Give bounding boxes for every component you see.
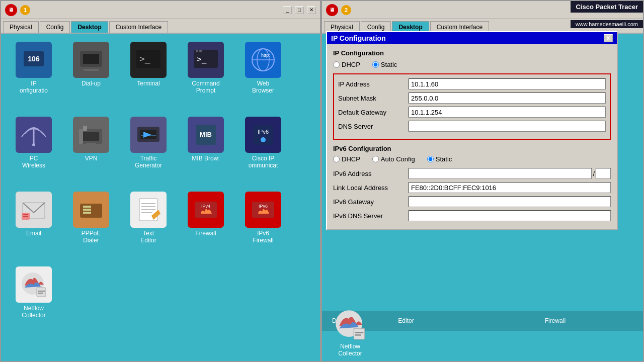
app-mib-browser[interactable]: MIB MIB Brow:	[178, 114, 233, 187]
svg-text:http:: http:	[261, 53, 270, 58]
maximize-button[interactable]: □	[295, 6, 304, 14]
svg-rect-36	[83, 206, 91, 208]
wireless-icon	[16, 117, 52, 153]
close-button[interactable]: ✕	[307, 6, 316, 14]
ipv6-address-input[interactable]	[409, 168, 592, 179]
right-window-number: 2	[341, 5, 351, 15]
tab-custom-left[interactable]: Custom Interface	[109, 21, 168, 33]
ipv6-static-radio[interactable]	[427, 156, 434, 162]
svg-text:>_: >_	[197, 54, 207, 64]
app-mib-label: MIB Brow:	[192, 155, 219, 162]
app-web-browser[interactable]: http: WebBrowser	[235, 39, 291, 112]
dialup-icon	[73, 42, 109, 78]
svg-text:IPv4: IPv4	[201, 204, 210, 209]
desktop-grid-left: 106 IPonfiguratio Dial-up >	[1, 34, 320, 361]
svg-rect-38	[83, 212, 91, 214]
ipv4-mode-row: DHCP Static	[333, 61, 611, 68]
app-netflow[interactable]: NetflowCollector	[6, 263, 61, 336]
app-vpn-label: VPN	[85, 155, 98, 162]
app-command-prompt[interactable]: >_ run CommandPrompt	[178, 39, 233, 112]
svg-rect-56	[355, 334, 361, 335]
dns-server-input[interactable]	[409, 121, 606, 132]
ip-address-label: IP Address	[338, 80, 409, 88]
static-radio-label[interactable]: Static	[372, 61, 397, 68]
subnet-mask-label: Subnet Mask	[338, 95, 409, 102]
tab-physical-left[interactable]: Physical	[3, 21, 39, 33]
svg-text:run: run	[196, 48, 202, 53]
app-cmd-label: CommandPrompt	[192, 80, 219, 95]
partial-firewall-label: Firewall	[545, 317, 566, 324]
right-netflow-svg	[332, 307, 368, 343]
right-window: Cisco Packet Tracer www.hamedesmaeili.co…	[321, 0, 644, 362]
ipv6-gateway-label: IPv6 Gateway	[333, 198, 409, 206]
netflow-icon	[16, 266, 52, 303]
tab-desktop-left[interactable]: Desktop	[71, 21, 108, 33]
app-email[interactable]: Email	[6, 189, 61, 261]
left-window: 🖥 1 _ □ ✕ Physical Config Desktop Custom…	[0, 0, 321, 362]
ip-config-dialog: IP Configuration X IP Configuration DHCP…	[326, 31, 618, 230]
link-local-row: Link Local Address	[333, 182, 611, 193]
svg-text:MIB: MIB	[200, 131, 212, 138]
mib-icon: MIB	[188, 117, 224, 153]
ipv6-gateway-row: IPv6 Gateway	[333, 196, 611, 207]
ipv6-prefix-input[interactable]	[596, 168, 611, 179]
minimize-button[interactable]: _	[283, 6, 292, 14]
subnet-mask-input[interactable]	[409, 93, 606, 104]
svg-rect-21	[79, 129, 83, 144]
app-pppoe-label: PPPoEDialer	[82, 230, 101, 244]
bottom-icons-row: Dialer Editor Firewall	[322, 311, 643, 331]
app-dialup-label: Dial-up	[82, 80, 101, 87]
ipv6-slash: /	[593, 170, 595, 177]
app-vpn[interactable]: VPN	[63, 114, 119, 187]
app-pppoe[interactable]: PPPoEDialer	[63, 189, 119, 261]
app-firewall[interactable]: IPv4 Firewall	[178, 189, 233, 261]
tab-config-left[interactable]: Config	[40, 21, 70, 33]
ipv6-address-row: IPv6 Address /	[333, 168, 611, 179]
ipv6-dhcp-radio[interactable]	[333, 156, 340, 162]
ipv6-auto-label[interactable]: Auto Config	[372, 155, 415, 163]
app-web-label: WebBrowser	[252, 80, 274, 95]
app-traffic-label: TrafficGenerator	[135, 155, 162, 169]
svg-rect-52	[38, 293, 43, 294]
app-netflow-label: NetflowCollector	[22, 305, 45, 319]
app-ip-label: IPonfiguratio	[20, 80, 48, 95]
app-traffic-gen[interactable]: TrafficGenerator	[121, 114, 176, 187]
app-text-editor[interactable]: TextEditor	[121, 189, 176, 261]
app-dialup[interactable]: Dial-up	[63, 39, 119, 112]
left-window-number: 1	[20, 5, 30, 15]
partial-editor-label: Editor	[398, 317, 414, 324]
dhcp-radio[interactable]	[333, 61, 340, 68]
right-window-icon: 🖥	[326, 4, 338, 16]
right-netflow-icon[interactable]: NetflowCollector	[332, 307, 368, 361]
ipv6-dhcp-label[interactable]: DHCP	[333, 155, 360, 163]
pppoe-icon	[73, 192, 109, 228]
ipv6-address-label: IPv6 Address	[333, 170, 409, 177]
link-local-input[interactable]	[409, 182, 611, 193]
left-tabs: Physical Config Desktop Custom Interface	[1, 19, 320, 34]
dialog-subtitle: IP Configuration	[333, 49, 611, 57]
ipv6-dns-row: IPv6 DNS Server	[333, 210, 611, 221]
app-ipv6-firewall[interactable]: IPv6 IPv6Firewall	[235, 189, 291, 261]
web-icon: http:	[245, 42, 281, 78]
dns-server-row: DNS Server	[338, 121, 606, 132]
dns-server-label: DNS Server	[338, 123, 409, 130]
traffic-icon	[130, 117, 167, 153]
static-radio[interactable]	[372, 61, 379, 68]
default-gateway-input[interactable]	[409, 107, 606, 118]
app-terminal[interactable]: >_ Terminal	[121, 39, 176, 112]
ipv6-static-label[interactable]: Static	[427, 155, 452, 163]
app-terminal-label: Terminal	[137, 80, 159, 87]
svg-rect-37	[83, 209, 91, 211]
app-ip-configuration[interactable]: 106 IPonfiguratio	[6, 39, 61, 112]
dhcp-radio-label[interactable]: DHCP	[333, 61, 360, 68]
ipv6-dns-input[interactable]	[409, 210, 611, 221]
dialog-close-button[interactable]: X	[604, 34, 613, 42]
ipv6-gateway-input[interactable]	[409, 196, 611, 207]
link-local-label: Link Local Address	[333, 184, 409, 192]
ip-address-input[interactable]	[409, 78, 606, 89]
app-cisco-ip[interactable]: IPv6 Cisco IPommunicat	[235, 114, 291, 187]
app-pc-wireless[interactable]: PCWireless	[6, 114, 61, 187]
default-gateway-row: Default Gateway	[338, 107, 606, 118]
ipv6-auto-radio[interactable]	[372, 156, 379, 162]
svg-rect-55	[355, 332, 364, 333]
